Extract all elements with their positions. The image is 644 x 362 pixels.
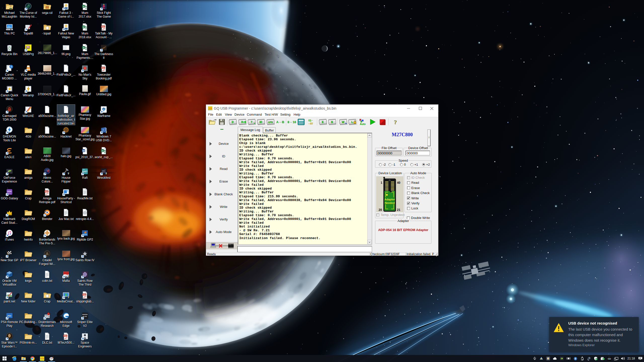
svg-text:RAFT: RAFT bbox=[82, 170, 88, 173]
svg-text:40: 40 bbox=[397, 181, 400, 185]
svg-text:L: L bbox=[351, 120, 353, 123]
svg-text:E: E bbox=[322, 120, 324, 123]
svg-text:GQ: GQ bbox=[40, 357, 44, 359]
svg-text:Needed: Needed bbox=[385, 201, 395, 204]
svg-text:GQ: GQ bbox=[26, 46, 30, 48]
svg-text:20: 20 bbox=[379, 208, 382, 212]
svg-text:W: W bbox=[342, 120, 345, 124]
svg-text:?: ? bbox=[11, 66, 12, 68]
svg-text:PS4: PS4 bbox=[8, 315, 11, 317]
svg-text:A⇔B: A⇔B bbox=[276, 120, 284, 124]
svg-text:CFG: CFG bbox=[268, 121, 273, 123]
svg-text:PDF: PDF bbox=[45, 191, 48, 192]
svg-text:W: W bbox=[82, 150, 85, 152]
svg-text:··FF: ··FF bbox=[308, 122, 313, 125]
svg-text:SNIPER: SNIPER bbox=[82, 314, 88, 315]
svg-text:ID: ID bbox=[259, 120, 262, 124]
svg-text:X: X bbox=[83, 47, 85, 49]
svg-text:PDF: PDF bbox=[102, 26, 105, 27]
svg-text:21: 21 bbox=[397, 208, 400, 212]
svg-text:Adapter: Adapter bbox=[384, 198, 395, 201]
svg-text:1: 1 bbox=[381, 181, 382, 185]
svg-text:PDF: PDF bbox=[64, 335, 67, 337]
svg-text:X: X bbox=[83, 5, 85, 8]
svg-text:X: X bbox=[102, 150, 103, 152]
svg-text:Auto: Auto bbox=[360, 123, 366, 125]
svg-text:?: ? bbox=[394, 119, 397, 125]
svg-text:R: R bbox=[241, 120, 244, 124]
svg-text:B: B bbox=[331, 120, 333, 124]
svg-text:PDF: PDF bbox=[102, 67, 105, 69]
svg-text:7: 7 bbox=[103, 129, 104, 131]
svg-text:8⇔16: 8⇔16 bbox=[288, 120, 296, 124]
svg-text:SSD: SSD bbox=[608, 358, 611, 360]
svg-text:GOG: GOG bbox=[7, 190, 12, 193]
svg-text:?: ? bbox=[251, 120, 253, 123]
svg-text:PDF: PDF bbox=[83, 294, 86, 295]
svg-text:01··: 01·· bbox=[308, 119, 313, 122]
svg-text:V: V bbox=[254, 122, 255, 124]
svg-text:X: X bbox=[83, 26, 85, 28]
